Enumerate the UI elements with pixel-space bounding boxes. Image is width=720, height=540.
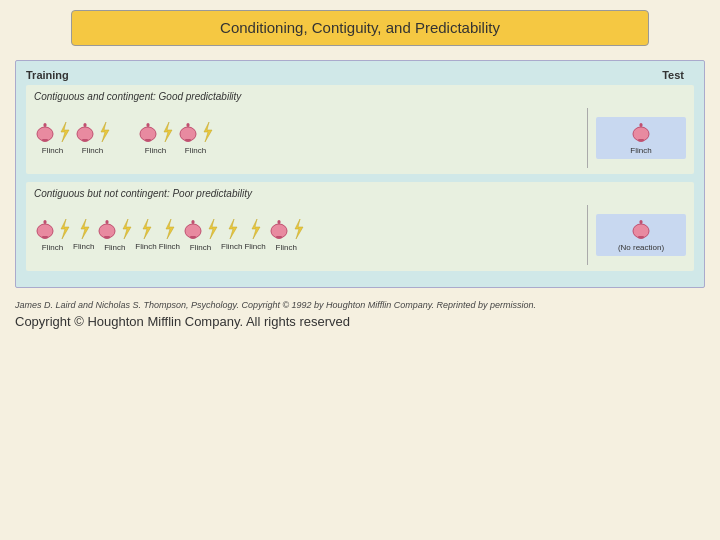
pair-1: Flinch	[34, 121, 71, 155]
lightning-icon	[160, 122, 174, 144]
r2-flinch-2: Flinch	[73, 242, 94, 251]
bell-icon	[34, 218, 56, 242]
r2-pair-3: Flinch	[96, 218, 133, 252]
test-pair-2: (No reaction)	[618, 218, 664, 252]
r2-flinch-3: Flinch	[104, 243, 125, 252]
bell-icon	[177, 121, 199, 145]
svg-marker-9	[101, 122, 109, 142]
row1-description: Contiguous and contingent: Good predicta…	[34, 91, 686, 102]
r2-pair-8: Flinch	[244, 219, 265, 251]
svg-point-15	[180, 127, 196, 141]
svg-point-27	[43, 236, 47, 238]
svg-rect-26	[44, 220, 47, 224]
svg-rect-51	[640, 220, 643, 224]
flinch-label-1: Flinch	[42, 146, 63, 155]
svg-point-47	[277, 236, 281, 238]
r2-pair-9: Flinch	[268, 218, 305, 252]
r2-flinch-9: Flinch	[276, 243, 297, 252]
svg-marker-43	[252, 219, 260, 239]
r2-flinch-6: Flinch	[190, 243, 211, 252]
label-test: Test	[662, 69, 684, 81]
svg-marker-19	[204, 122, 212, 142]
bell-icon	[630, 218, 652, 242]
svg-point-10	[140, 127, 156, 141]
bell-icon	[268, 218, 290, 242]
lightning-icon	[225, 219, 239, 241]
flinch-label-3: Flinch	[145, 146, 166, 155]
bell-icon	[182, 218, 204, 242]
pair-1-icons	[34, 121, 71, 145]
r2-pair-2: Flinch	[73, 219, 94, 251]
svg-marker-48	[295, 219, 303, 239]
flinch-label-2: Flinch	[82, 146, 103, 155]
row2-test-area: (No reaction)	[596, 214, 686, 256]
row2-section: Contiguous but not contingent: Poor pred…	[26, 182, 694, 271]
r2-pair-1: Flinch	[34, 218, 71, 252]
svg-marker-36	[166, 219, 174, 239]
svg-rect-2	[44, 123, 47, 127]
r2-pair-5: Flinch	[159, 219, 180, 251]
copyright-text: Copyright © Houghton Mifflin Company. Al…	[15, 314, 705, 329]
r2-flinch-7: Flinch	[221, 242, 242, 251]
pair-2: Flinch	[74, 121, 111, 155]
flinch-label-4: Flinch	[185, 146, 206, 155]
svg-marker-42	[229, 219, 237, 239]
svg-rect-7	[84, 123, 87, 127]
caption-small: James D. Laird and Nicholas S. Thompson,…	[15, 300, 705, 310]
caption-area: James D. Laird and Nicholas S. Thompson,…	[15, 300, 705, 329]
svg-point-49	[633, 224, 649, 238]
bell-icon	[74, 121, 96, 145]
test-flinch-label: Flinch	[630, 146, 651, 155]
svg-point-3	[43, 139, 47, 141]
bell-icon	[34, 121, 56, 145]
r2-flinch-5: Flinch	[159, 242, 180, 251]
lightning-icon	[291, 219, 305, 241]
row2-training: Flinch Flinch Flinch Fl	[34, 218, 579, 252]
svg-marker-28	[61, 219, 69, 239]
bell-icon	[137, 121, 159, 145]
svg-point-30	[99, 224, 115, 238]
bell-icon	[96, 218, 118, 242]
pair-3-icons	[137, 121, 174, 145]
row1-test-area: Flinch	[596, 117, 686, 159]
page-wrapper: Conditioning, Contiguity, and Predictabi…	[0, 0, 720, 540]
svg-point-20	[633, 127, 649, 141]
svg-point-23	[639, 139, 643, 141]
row1-section: Contiguous and contingent: Good predicta…	[26, 85, 694, 174]
svg-rect-32	[106, 220, 109, 224]
r2-pair-7: Flinch	[221, 219, 242, 251]
pair-4: Flinch	[177, 121, 214, 155]
title-box: Conditioning, Contiguity, and Predictabi…	[71, 10, 649, 46]
r2-pair-6: Flinch	[182, 218, 219, 252]
lightning-icon	[57, 219, 71, 241]
svg-marker-14	[164, 122, 172, 142]
page-title: Conditioning, Contiguity, and Predictabi…	[220, 19, 500, 36]
lightning-icon	[205, 219, 219, 241]
svg-marker-41	[209, 219, 217, 239]
svg-marker-29	[81, 219, 89, 239]
lightning-icon	[119, 219, 133, 241]
svg-rect-12	[147, 123, 150, 127]
svg-point-37	[185, 224, 201, 238]
pair-4-icons	[177, 121, 214, 145]
lightning-icon	[139, 219, 153, 241]
svg-point-8	[83, 139, 87, 141]
lightning-icon	[97, 122, 111, 144]
lightning-icon	[248, 219, 262, 241]
svg-point-0	[37, 127, 53, 141]
row1-training: Flinch	[34, 121, 579, 155]
test-pair-1-icons	[630, 121, 652, 145]
test-pair-1: Flinch	[630, 121, 652, 155]
svg-point-13	[146, 139, 150, 141]
lightning-icon	[77, 219, 91, 241]
lightning-icon	[57, 122, 71, 144]
divider-2	[587, 205, 588, 265]
row1-stimuli: Flinch	[34, 108, 686, 168]
svg-point-24	[37, 224, 53, 238]
svg-rect-46	[277, 220, 280, 224]
svg-rect-17	[187, 123, 190, 127]
divider	[587, 108, 588, 168]
label-training: Training	[26, 69, 69, 81]
test-no-reaction-label: (No reaction)	[618, 243, 664, 252]
bell-icon	[630, 121, 652, 145]
